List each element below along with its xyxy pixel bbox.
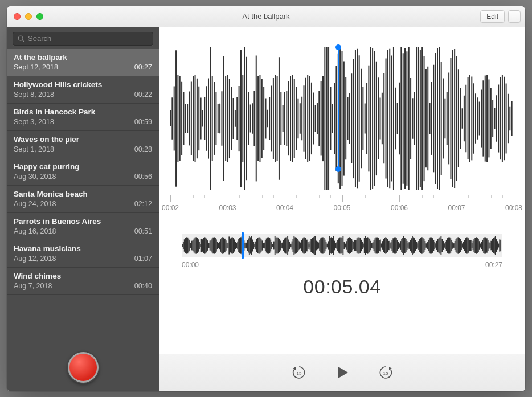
list-item[interactable]: Hollywood Hills cricketsSept 8, 201800:2… — [7, 76, 159, 104]
svg-marker-481 — [293, 367, 296, 370]
skip-back-icon: 15 — [290, 364, 308, 381]
list-item[interactable]: Parrots in Buenos AiresAug 16, 201800:51 — [7, 213, 159, 240]
edit-button[interactable]: Edit — [480, 10, 505, 23]
recording-date: Aug 12, 2018 — [14, 255, 56, 263]
ruler-tick-label: 00:06 — [391, 204, 408, 212]
search-input[interactable] — [13, 32, 153, 46]
skip-back-15-button[interactable]: 15 — [289, 362, 309, 383]
current-time: 00:05.04 — [170, 276, 514, 298]
ruler-tick-label: 00:07 — [448, 204, 465, 212]
recording-duration: 00:56 — [134, 173, 152, 181]
zoom-icon[interactable] — [36, 13, 43, 20]
list-item[interactable]: Happy cat purringAug 30, 201800:56 — [7, 158, 159, 186]
overview-start-time: 00:00 — [182, 261, 199, 269]
window-controls — [7, 13, 43, 20]
recording-duration: 01:07 — [134, 255, 152, 263]
recording-date: Aug 24, 2018 — [14, 200, 56, 208]
svg-text:15: 15 — [296, 371, 301, 376]
skip-forward-icon: 15 — [377, 364, 394, 381]
recording-date: Sept 1, 2018 — [14, 145, 54, 153]
ruler-tick-label: 00:08 — [505, 204, 522, 212]
close-icon[interactable] — [14, 13, 21, 20]
play-button[interactable] — [332, 362, 353, 383]
play-icon — [334, 365, 350, 380]
ruler-tick-label: 00:02 — [162, 204, 179, 212]
recording-name: Havana musicians — [14, 244, 152, 253]
recording-duration: 00:59 — [134, 118, 152, 126]
recordings-list: At the ballparkSept 12, 201800:27Hollywo… — [7, 49, 159, 343]
detail-pane: 00:0200:0300:0400:0500:0600:0700:08 00:0… — [159, 27, 525, 391]
window-title: At the ballpark — [7, 12, 525, 21]
svg-marker-484 — [389, 367, 392, 370]
overview-end-time: 00:27 — [485, 261, 502, 269]
waveform-zoomed[interactable] — [170, 44, 514, 193]
record-button[interactable] — [68, 352, 99, 383]
minimize-icon[interactable] — [25, 13, 32, 20]
overview-playhead[interactable] — [242, 232, 244, 259]
recording-duration: 00:28 — [134, 145, 152, 153]
list-item[interactable]: Havana musiciansAug 12, 201801:07 — [7, 240, 159, 268]
svg-marker-483 — [338, 367, 348, 378]
recording-name: Wind chimes — [14, 272, 152, 280]
ruler-tick-label: 00:04 — [276, 204, 293, 212]
recording-date: Sept 12, 2018 — [14, 63, 58, 71]
recording-duration: 02:12 — [134, 200, 152, 208]
recording-name: Birds in Hancock Park — [14, 108, 152, 116]
list-item[interactable]: Waves on the pierSept 1, 201800:28 — [7, 131, 159, 158]
recording-name: Parrots in Buenos Aires — [14, 217, 152, 226]
recording-duration: 00:22 — [134, 91, 152, 99]
ruler-tick-label: 00:05 — [333, 204, 350, 212]
sidebar-footer — [7, 343, 159, 391]
recording-duration: 00:27 — [134, 63, 152, 71]
recording-name: Hollywood Hills crickets — [14, 80, 152, 89]
recording-date: Aug 16, 2018 — [14, 227, 56, 235]
playback-controls: 15 15 — [159, 354, 525, 391]
recording-name: Waves on the pier — [14, 135, 152, 144]
recording-date: Aug 30, 2018 — [14, 173, 56, 181]
recording-duration: 00:40 — [134, 282, 152, 290]
list-item[interactable]: Santa Monica beachAug 24, 201802:12 — [7, 186, 159, 213]
sidebar: At the ballparkSept 12, 201800:27Hollywo… — [7, 27, 159, 391]
app-window: At the ballpark Edit At the ballparkSept… — [7, 6, 525, 391]
recording-name: Happy cat purring — [14, 162, 152, 171]
share-button[interactable] — [508, 10, 521, 23]
time-ruler: 00:0200:0300:0400:0500:0600:0700:08 — [170, 195, 514, 216]
recording-name: Santa Monica beach — [14, 190, 152, 198]
recording-duration: 00:51 — [134, 227, 152, 235]
list-item[interactable]: At the ballparkSept 12, 201800:27 — [7, 49, 159, 76]
titlebar: At the ballpark Edit — [7, 6, 525, 27]
recording-date: Sept 8, 2018 — [14, 91, 54, 99]
list-item[interactable]: Wind chimesAug 7, 201800:40 — [7, 268, 159, 295]
skip-forward-15-button[interactable]: 15 — [375, 362, 396, 383]
recording-name: At the ballpark — [14, 53, 152, 62]
svg-text:15: 15 — [383, 371, 388, 376]
list-item[interactable]: Birds in Hancock ParkSept 3, 201800:59 — [7, 104, 159, 131]
ruler-tick-label: 00:03 — [219, 204, 236, 212]
recording-date: Aug 7, 2018 — [14, 282, 52, 290]
waveform-overview[interactable] — [182, 234, 502, 257]
playhead[interactable] — [338, 48, 339, 169]
recording-date: Sept 3, 2018 — [14, 118, 54, 126]
